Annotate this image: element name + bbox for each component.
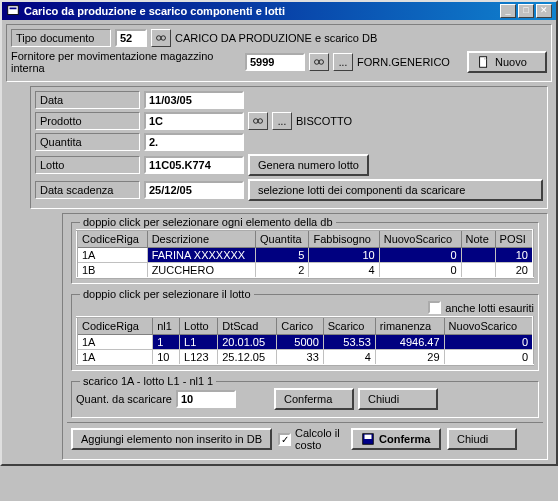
close-button[interactable]: ✕ [536,4,552,18]
table-cell: 0 [379,263,461,279]
column-header[interactable]: Carico [277,317,323,335]
table-cell: 4 [309,263,379,279]
lotto-input[interactable] [144,156,244,174]
anche-esauriti-checkbox[interactable] [428,301,441,314]
prodotto-input[interactable] [144,112,244,130]
calcolo-costo-checkbox[interactable]: ✓ [278,433,291,446]
selezione-lotti-button[interactable]: selezione lotti dei componenti da scaric… [248,179,543,201]
calcolo-costo-label: Calcolo il costo [295,427,345,451]
binoculars-icon [155,32,167,44]
table-cell: 10 [495,248,533,263]
scadenza-input[interactable] [144,181,244,199]
nuovo-button[interactable]: Nuovo [467,51,547,73]
quant-scaricare-label: Quant. da scaricare [76,393,172,405]
table-cell: 53.53 [323,335,375,350]
lotto-label: Lotto [35,156,140,174]
scarico-legend: scarico 1A - lotto L1 - nl1 1 [80,375,216,387]
svg-rect-0 [8,6,19,15]
column-header[interactable]: NuovoScarico [444,317,533,335]
fornitore-label: Fornitore per movimentazione magazzino i… [11,50,241,74]
tipo-documento-label: Tipo documento [11,29,111,47]
column-header[interactable]: DtScad [218,317,277,335]
table-cell: 0 [379,248,461,263]
table-cell: 1B [77,263,147,279]
tipo-documento-input[interactable] [115,29,147,47]
svg-point-4 [315,60,320,65]
window-title: Carico da produzione e scarico component… [24,5,500,17]
minimize-button[interactable]: _ [500,4,516,18]
table-cell: 2 [255,263,308,279]
table-cell: 20.01.05 [218,335,277,350]
prodotto-desc: BISCOTTO [296,115,352,127]
column-header[interactable]: Scarico [323,317,375,335]
column-header[interactable]: Descrizione [147,230,255,248]
table-cell: ZUCCHERO [147,263,255,279]
table-cell: 1A [77,248,147,263]
table-cell: 29 [375,350,444,366]
titlebar: Carico da produzione e scarico component… [2,2,556,20]
binoculars-icon [252,115,264,127]
table-cell: 10 [153,350,180,366]
app-icon [6,4,20,18]
table-cell: 0 [444,335,533,350]
scarico-chiudi-button[interactable]: Chiudi [358,388,438,410]
column-header[interactable]: Fabbisogno [309,230,379,248]
fornitore-input[interactable] [245,53,305,71]
genera-lotto-button[interactable]: Genera numero lotto [248,154,369,176]
table-cell: 1 [153,335,180,350]
table-cell: 1A [77,350,153,366]
table-cell [461,263,495,279]
svg-point-8 [258,119,263,124]
tipo-documento-lookup-button[interactable] [151,29,171,47]
save-icon [361,432,375,446]
column-header[interactable]: CodiceRiga [77,230,147,248]
column-header[interactable]: CodiceRiga [77,317,153,335]
column-header[interactable]: nl1 [153,317,180,335]
table-cell: 33 [277,350,323,366]
column-header[interactable]: POSI [495,230,533,248]
new-doc-icon [477,55,491,69]
footer-conferma-button[interactable]: Conferma [351,428,441,450]
aggiungi-elemento-button[interactable]: Aggiungi elemento non inserito in DB [71,428,272,450]
table-row[interactable]: 1BZUCCHERO24020 [77,263,533,279]
db-table[interactable]: CodiceRigaDescrizioneQuantitaFabbisognoN… [76,229,534,279]
svg-point-2 [157,36,162,41]
table-row[interactable]: 1A10L12325.12.05334290 [77,350,533,366]
data-label: Data [35,91,140,109]
table-cell: 10 [309,248,379,263]
anche-esauriti-label: anche lotti esauriti [445,302,534,314]
column-header[interactable]: Quantita [255,230,308,248]
svg-point-7 [254,119,259,124]
svg-rect-1 [10,8,17,10]
table-cell: FARINA XXXXXXX [147,248,255,263]
table-cell: 5 [255,248,308,263]
table-cell [461,248,495,263]
svg-rect-6 [480,57,487,68]
db-legend: doppio click per selezionare ogni elemen… [80,216,336,228]
table-cell: 4 [323,350,375,366]
table-row[interactable]: 1A1L120.01.05500053.534946.470 [77,335,533,350]
fornitore-ellipsis-button[interactable]: ... [333,53,353,71]
data-input[interactable] [144,91,244,109]
maximize-button[interactable]: □ [518,4,534,18]
quantita-input[interactable] [144,133,244,151]
lotto-table[interactable]: CodiceRiganl1LottoDtScadCaricoScaricorim… [76,316,534,366]
column-header[interactable]: Lotto [180,317,218,335]
lotto-legend: doppio click per selezionare il lotto [80,288,254,300]
table-cell: 20 [495,263,533,279]
fornitore-desc: FORN.GENERICO [357,56,450,68]
fornitore-lookup-button[interactable] [309,53,329,71]
quant-scaricare-input[interactable] [176,390,236,408]
table-cell: L123 [180,350,218,366]
prodotto-lookup-button[interactable] [248,112,268,130]
column-header[interactable]: rimanenza [375,317,444,335]
scarico-conferma-button[interactable]: Conferma [274,388,354,410]
table-row[interactable]: 1AFARINA XXXXXXX510010 [77,248,533,263]
scadenza-label: Data scadenza [35,181,140,199]
prodotto-ellipsis-button[interactable]: ... [272,112,292,130]
column-header[interactable]: Note [461,230,495,248]
footer-chiudi-button[interactable]: Chiudi [447,428,517,450]
svg-point-5 [319,60,324,65]
column-header[interactable]: NuovoScarico [379,230,461,248]
table-cell: L1 [180,335,218,350]
